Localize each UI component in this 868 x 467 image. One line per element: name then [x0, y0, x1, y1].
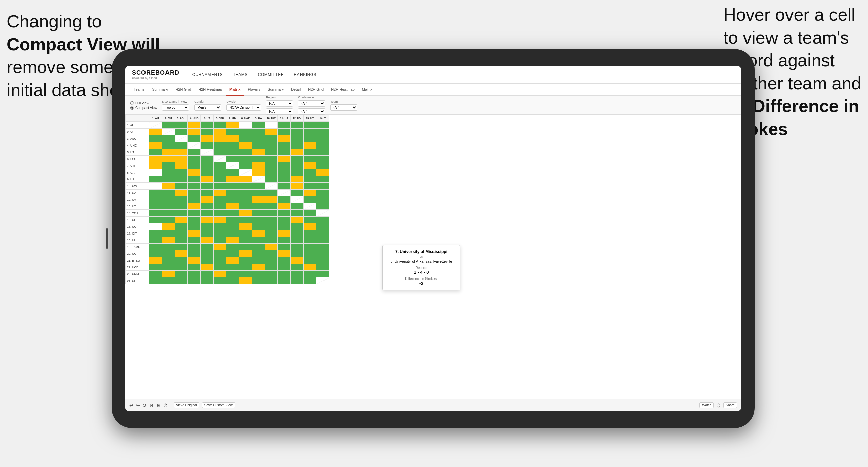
- matrix-cell[interactable]: [214, 257, 226, 264]
- matrix-cell[interactable]: [149, 169, 162, 176]
- nav-tournaments[interactable]: TOURNAMENTS: [190, 72, 223, 77]
- matrix-cell[interactable]: [149, 250, 162, 257]
- matrix-cell[interactable]: [214, 190, 226, 196]
- matrix-cell[interactable]: [226, 176, 239, 183]
- tab-h2h-heatmap-1[interactable]: H2H Heatmap: [195, 84, 225, 96]
- matrix-cell[interactable]: [226, 257, 239, 264]
- matrix-cell[interactable]: [149, 142, 162, 149]
- matrix-cell[interactable]: [278, 122, 291, 129]
- matrix-cell[interactable]: [149, 271, 162, 277]
- matrix-cell[interactable]: [149, 217, 162, 223]
- matrix-cell[interactable]: [214, 122, 226, 129]
- matrix-cell[interactable]: [175, 149, 188, 156]
- matrix-cell[interactable]: [175, 129, 188, 135]
- matrix-cell[interactable]: [291, 135, 304, 142]
- matrix-cell[interactable]: [304, 271, 316, 277]
- matrix-cell[interactable]: [278, 244, 291, 250]
- matrix-cell[interactable]: [188, 169, 201, 176]
- matrix-cell[interactable]: [291, 264, 304, 271]
- matrix-cell[interactable]: [188, 176, 201, 183]
- matrix-cell[interactable]: [291, 230, 304, 237]
- matrix-cell[interactable]: [252, 156, 265, 162]
- matrix-cell[interactable]: [175, 257, 188, 264]
- matrix-cell[interactable]: [304, 196, 316, 203]
- matrix-cell[interactable]: [252, 210, 265, 217]
- matrix-cell[interactable]: [265, 142, 278, 149]
- matrix-cell[interactable]: [316, 176, 329, 183]
- matrix-cell[interactable]: [226, 183, 239, 190]
- matrix-cell[interactable]: [265, 203, 278, 210]
- matrix-cell[interactable]: [278, 149, 291, 156]
- matrix-cell[interactable]: [214, 271, 226, 277]
- matrix-cell[interactable]: [162, 217, 175, 223]
- matrix-cell[interactable]: [226, 237, 239, 244]
- matrix-cell[interactable]: [239, 237, 252, 244]
- matrix-cell[interactable]: [149, 156, 162, 162]
- matrix-cell[interactable]: [162, 250, 175, 257]
- matrix-cell[interactable]: [149, 210, 162, 217]
- matrix-cell[interactable]: [175, 277, 188, 284]
- matrix-cell[interactable]: [201, 129, 214, 135]
- matrix-cell[interactable]: [201, 122, 214, 129]
- matrix-cell[interactable]: [291, 183, 304, 190]
- matrix-cell[interactable]: [226, 156, 239, 162]
- matrix-cell[interactable]: [278, 250, 291, 257]
- matrix-cell[interactable]: [188, 244, 201, 250]
- matrix-cell[interactable]: [304, 230, 316, 237]
- matrix-cell[interactable]: [201, 196, 214, 203]
- matrix-cell[interactable]: [278, 190, 291, 196]
- matrix-cell[interactable]: [252, 149, 265, 156]
- matrix-cell[interactable]: [252, 277, 265, 284]
- matrix-cell[interactable]: [201, 237, 214, 244]
- matrix-cell[interactable]: [252, 129, 265, 135]
- nav-committee[interactable]: COMMITTEE: [258, 72, 284, 77]
- matrix-cell[interactable]: [239, 217, 252, 223]
- matrix-cell[interactable]: [162, 257, 175, 264]
- matrix-cell[interactable]: [149, 230, 162, 237]
- matrix-cell[interactable]: [304, 162, 316, 169]
- matrix-cell[interactable]: [304, 237, 316, 244]
- matrix-cell[interactable]: [278, 203, 291, 210]
- matrix-cell[interactable]: [291, 122, 304, 129]
- matrix-cell[interactable]: [239, 203, 252, 210]
- matrix-cell[interactable]: [265, 176, 278, 183]
- matrix-cell[interactable]: [226, 250, 239, 257]
- matrix-cell[interactable]: [265, 196, 278, 203]
- matrix-cell[interactable]: [188, 190, 201, 196]
- matrix-cell[interactable]: [265, 237, 278, 244]
- matrix-cell[interactable]: [316, 217, 329, 223]
- matrix-cell[interactable]: [278, 257, 291, 264]
- matrix-cell[interactable]: [304, 217, 316, 223]
- matrix-cell[interactable]: [265, 135, 278, 142]
- matrix-cell[interactable]: [214, 277, 226, 284]
- save-custom-button[interactable]: Save Custom View: [202, 402, 235, 408]
- nav-teams[interactable]: TEAMS: [233, 72, 248, 77]
- matrix-cell[interactable]: [316, 129, 329, 135]
- matrix-cell[interactable]: [304, 156, 316, 162]
- matrix-cell[interactable]: [304, 210, 316, 217]
- matrix-cell[interactable]: [188, 149, 201, 156]
- matrix-cell[interactable]: [188, 237, 201, 244]
- matrix-cell[interactable]: [175, 264, 188, 271]
- matrix-cell[interactable]: [162, 183, 175, 190]
- matrix-cell[interactable]: [201, 190, 214, 196]
- matrix-cell[interactable]: [265, 122, 278, 129]
- matrix-cell[interactable]: [316, 257, 329, 264]
- matrix-cell[interactable]: [188, 156, 201, 162]
- matrix-cell[interactable]: [214, 129, 226, 135]
- matrix-cell[interactable]: [265, 190, 278, 196]
- matrix-cell[interactable]: [226, 122, 239, 129]
- share-button[interactable]: Share: [723, 402, 737, 408]
- matrix-cell[interactable]: [214, 135, 226, 142]
- matrix-cell[interactable]: [188, 210, 201, 217]
- matrix-cell[interactable]: [149, 135, 162, 142]
- matrix-cell[interactable]: [226, 217, 239, 223]
- matrix-cell[interactable]: [304, 142, 316, 149]
- matrix-cell[interactable]: [214, 196, 226, 203]
- matrix-cell[interactable]: [214, 176, 226, 183]
- matrix-cell[interactable]: [291, 149, 304, 156]
- matrix-cell[interactable]: [214, 223, 226, 230]
- matrix-cell[interactable]: [278, 237, 291, 244]
- matrix-cell[interactable]: [201, 149, 214, 156]
- matrix-cell[interactable]: [316, 142, 329, 149]
